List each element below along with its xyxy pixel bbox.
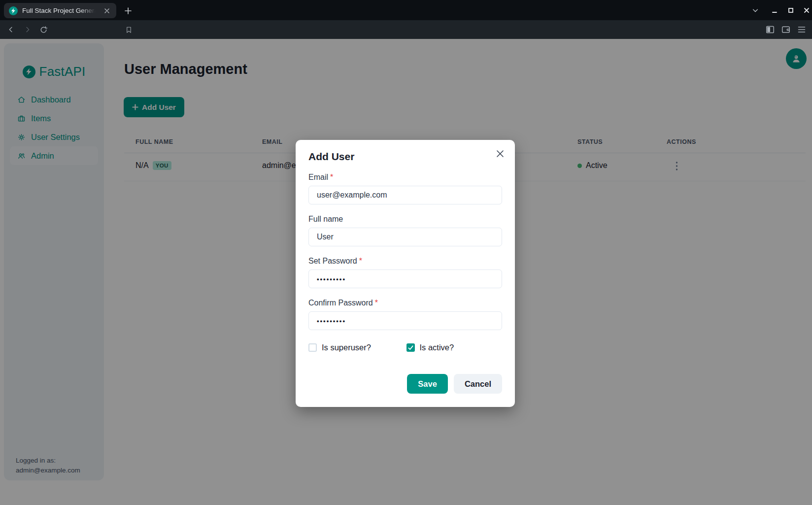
forward-icon[interactable] [22, 24, 34, 35]
tab-close-icon[interactable] [102, 6, 111, 15]
modal-title: Add User [308, 151, 502, 163]
window-close-button[interactable] [800, 4, 812, 17]
full-name-label: Full name [308, 215, 502, 224]
fastapi-favicon-icon [9, 6, 18, 15]
save-button[interactable]: Save [407, 374, 448, 394]
browser-toolbar: localhost/admin 1 [0, 20, 812, 39]
modal-close-icon[interactable] [495, 148, 506, 159]
is-active-label: Is active? [420, 343, 454, 352]
sidebar-toggle-icon[interactable] [764, 24, 776, 35]
email-label: Email* [308, 173, 502, 182]
checkbox-row: Is superuser? Is active? [308, 343, 502, 352]
modal-actions: Save Cancel [308, 374, 502, 394]
browser-tab[interactable]: Full Stack Project Genera [4, 3, 116, 18]
window-maximize-button[interactable] [784, 4, 797, 17]
cancel-button[interactable]: Cancel [454, 374, 502, 394]
browser-window: Full Stack Project Genera [0, 0, 812, 505]
new-tab-button[interactable] [121, 4, 135, 18]
full-name-input[interactable]: User [308, 228, 502, 246]
email-input[interactable]: user@example.com [308, 186, 502, 204]
tab-search-icon[interactable] [749, 4, 762, 17]
tab-title: Full Stack Project Genera [22, 7, 97, 14]
required-asterisk: * [330, 173, 333, 181]
required-asterisk: * [375, 299, 378, 307]
menu-icon[interactable] [796, 24, 808, 35]
wallet-icon[interactable] [780, 24, 792, 35]
window-minimize-button[interactable] [768, 4, 781, 17]
confirm-password-input[interactable]: ••••••••• [308, 311, 502, 330]
is-active-checkbox[interactable] [406, 343, 415, 352]
required-asterisk: * [359, 257, 362, 265]
back-icon[interactable] [5, 24, 17, 35]
bookmark-icon[interactable] [123, 24, 135, 35]
set-password-field-group: Set Password* ••••••••• [308, 257, 502, 288]
is-superuser-checkbox[interactable] [308, 343, 317, 352]
add-user-modal: Add User Email* user@example.com Full na… [296, 140, 515, 407]
is-superuser-option: Is superuser? [308, 343, 406, 352]
email-field-group: Email* user@example.com [308, 173, 502, 204]
set-password-label: Set Password* [308, 257, 502, 266]
reload-icon[interactable] [37, 24, 49, 35]
set-password-input[interactable]: ••••••••• [308, 269, 502, 288]
full-name-field-group: Full name User [308, 215, 502, 246]
is-active-option: Is active? [406, 343, 503, 352]
confirm-password-field-group: Confirm Password* ••••••••• [308, 299, 502, 330]
confirm-password-label: Confirm Password* [308, 299, 502, 307]
tab-strip: Full Stack Project Genera [0, 0, 812, 20]
is-superuser-label: Is superuser? [322, 343, 371, 352]
